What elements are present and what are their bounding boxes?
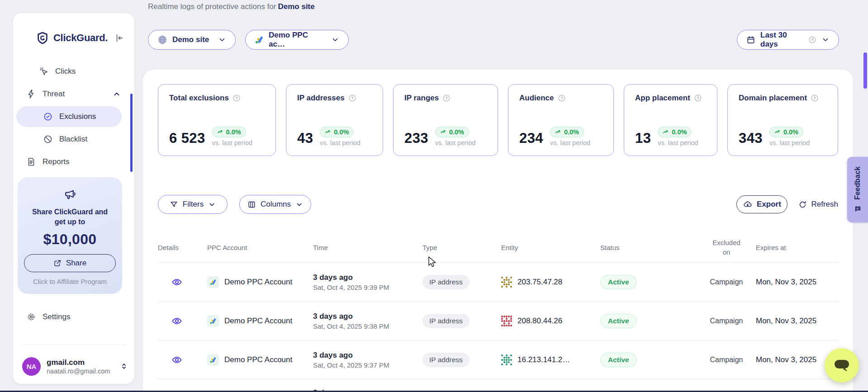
google-ads-icon [255, 35, 264, 44]
filters-button-label: Filters [183, 200, 204, 209]
sidebar-item-clicks[interactable]: Clicks [13, 60, 134, 83]
clickguard-logo-icon [36, 31, 49, 45]
status-badge: Active [600, 314, 637, 328]
stat-compare: vs. last period [658, 139, 698, 146]
gear-icon [26, 312, 36, 322]
filters-button[interactable]: Filters [158, 195, 228, 214]
site-selector[interactable]: Demo site [148, 30, 236, 50]
col-type: Type [422, 244, 501, 251]
stat-label: Domain placement [739, 94, 807, 103]
help-icon[interactable]: ? [694, 94, 702, 102]
ppc-account-selector[interactable]: Demo PPC ac… [245, 30, 349, 50]
svg-text:?: ? [446, 96, 448, 100]
brand-name: ClickGuard. [53, 32, 108, 44]
export-button[interactable]: Export [736, 195, 787, 213]
date-range-selector[interactable]: Last 30 days ? [737, 30, 839, 50]
trend-up-icon [555, 129, 561, 135]
table-row-partial: 3 days ago [158, 379, 838, 392]
sidebar-item-exclusions[interactable]: Exclusions [16, 106, 122, 127]
chevron-down-icon [295, 201, 303, 208]
chevron-down-icon [821, 36, 830, 44]
chat-launcher-button[interactable] [825, 348, 859, 383]
chevron-up-icon[interactable] [113, 90, 121, 98]
svg-text:?: ? [235, 96, 237, 100]
chevron-down-icon [208, 201, 216, 208]
view-details-eye-icon[interactable] [171, 316, 182, 326]
delta-badge: 0.0% [320, 127, 354, 137]
share-button-label: Share [66, 259, 86, 268]
sidebar-scrollbar[interactable] [130, 94, 133, 172]
chevron-down-icon [218, 36, 226, 44]
page-subtitle: Realtime logs of protective actions forD… [148, 2, 315, 11]
col-expires-at: Expires at [756, 244, 838, 251]
stat-card-ip-addresses: IP addresses ? 43 0.0% vs. last period [286, 84, 383, 156]
sidebar-item-blacklist[interactable]: Blacklist [13, 128, 134, 151]
globe-icon [157, 35, 167, 45]
delta-badge: 0.0% [435, 127, 469, 137]
excluded-on-value: Campaign [697, 356, 756, 364]
view-details-eye-icon[interactable] [171, 354, 182, 365]
content-card: Total exclusions ? 6 523 0.0% vs. last p… [143, 70, 853, 392]
divider [21, 345, 126, 345]
type-badge: IP address [422, 275, 470, 289]
user-info: gmail.com naatali.ro@gmail.com [47, 358, 110, 375]
help-icon[interactable]: ? [811, 94, 819, 102]
sidebar-nav: Clicks Threat [13, 60, 134, 173]
table-toolbar: Filters Columns [158, 195, 838, 214]
help-icon: ? [808, 36, 816, 44]
share-button[interactable]: Share [24, 254, 116, 272]
user-email: naatali.ro@gmail.com [47, 368, 110, 375]
stat-compare: vs. last period [550, 139, 590, 146]
col-excluded-on: Excluded on [697, 238, 756, 257]
help-icon[interactable]: ? [348, 94, 356, 102]
svg-text:?: ? [560, 96, 563, 100]
entity-identicon [501, 316, 512, 326]
calendar-icon [746, 35, 755, 44]
col-status: Status [600, 244, 697, 251]
ban-icon [43, 134, 53, 144]
sidebar-item-settings[interactable]: Settings [13, 306, 134, 328]
refresh-button-label: Refresh [811, 200, 838, 209]
avatar: NA [22, 357, 41, 376]
nav-label: Blacklist [59, 135, 87, 144]
refresh-button[interactable]: Refresh [798, 200, 838, 209]
view-details-eye-icon[interactable] [171, 277, 182, 288]
promo-amount: $10,000 [18, 231, 122, 248]
google-ads-icon [207, 276, 219, 288]
page-scrollbar[interactable] [863, 52, 867, 89]
sidebar-item-threat[interactable]: Threat [13, 83, 134, 105]
delta-badge: 0.0% [212, 127, 246, 137]
site-selector-value: Demo site [172, 35, 209, 44]
help-icon[interactable]: ? [232, 94, 241, 102]
nav-label: Reports [43, 157, 70, 166]
ppc-selector-value: Demo PPC ac… [269, 31, 326, 49]
affiliate-promo-card[interactable]: Share ClickGuard and get up to $10,000 S… [18, 177, 122, 294]
stat-card-audience: Audience ? 234 0.0% vs. last period [508, 84, 614, 156]
funnel-icon [170, 200, 178, 209]
excluded-on-value: Campaign [697, 317, 756, 325]
sidebar-item-reports[interactable]: Reports [13, 151, 134, 173]
nav-label: Threat [43, 90, 65, 99]
exclusions-table: Details PPC Account Time Type Entity Sta… [158, 232, 838, 392]
stat-card-app-placement: App placement ? 13 0.0% vs. last period [624, 84, 717, 156]
chat-bubble-icon [834, 359, 850, 372]
trend-up-icon [663, 129, 669, 135]
sidebar-collapse-icon[interactable] [114, 33, 124, 43]
stat-value: 43 [297, 131, 313, 146]
sidebar: ClickGuard. Clicks [13, 13, 134, 384]
ppc-account-name: Demo PPC Account [224, 316, 292, 326]
help-icon[interactable]: ? [442, 94, 451, 102]
stat-value: 233 [404, 131, 428, 146]
columns-button[interactable]: Columns [239, 195, 311, 214]
feedback-tab[interactable]: Feedback [847, 157, 868, 222]
svg-text:?: ? [697, 96, 699, 100]
account-switcher[interactable]: NA gmail.com naatali.ro@gmail.com [22, 353, 128, 379]
status-badge: Active [600, 275, 637, 289]
status-badge: Active [600, 353, 637, 367]
trend-up-icon [325, 129, 331, 135]
badge-check-icon [43, 112, 53, 122]
help-icon[interactable]: ? [558, 94, 566, 102]
feedback-label: Feedback [854, 166, 862, 200]
time-cell: 3 days ago Sat, Oct 4, 2025 9:38 PM [313, 312, 422, 330]
affiliate-hint: Click to Affiliate Program [18, 278, 122, 285]
